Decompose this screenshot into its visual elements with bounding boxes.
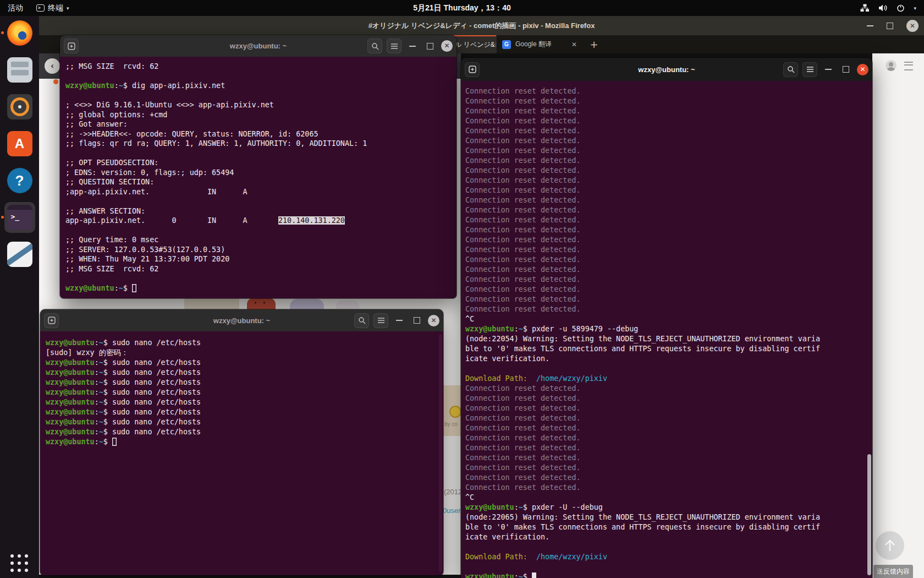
- terminal-window-hosts: wzxy@ubuntu: ~ ✕ wzxy@ubuntu:~$ sudo nan…: [40, 309, 443, 575]
- feedback-badge[interactable]: 送反馈内容: [873, 565, 913, 578]
- user-avatar-icon[interactable]: [886, 60, 897, 71]
- app-menu-label: 终端: [48, 3, 63, 13]
- firefox-minimize-icon[interactable]: [867, 25, 873, 26]
- scrollbar[interactable]: [439, 334, 442, 572]
- pixiv-page-right-column: 送反馈内容: [872, 53, 924, 578]
- files-icon: [7, 57, 32, 83]
- close-icon[interactable]: ✕: [441, 40, 453, 52]
- firefox-titlebar[interactable]: #オリジナル リベンジ&レディ - comet的插画 - pixiv - Moz…: [39, 16, 924, 35]
- dock-item-files[interactable]: [7, 57, 32, 83]
- dock-item-ubuntu-software[interactable]: A: [7, 131, 32, 156]
- new-tab-icon[interactable]: [465, 62, 480, 77]
- activities-button[interactable]: 活动: [0, 0, 31, 16]
- chevron-down-icon: ▾: [914, 6, 916, 11]
- firefox-maximize-icon[interactable]: [887, 23, 893, 29]
- terminal-output-dig[interactable]: ;; MSG SIZE rcvd: 62 wzxy@ubuntu:~$ dig …: [60, 57, 457, 298]
- app-menu-terminal[interactable]: > 终端 ▾: [31, 0, 75, 16]
- tab-pixiv-illustration[interactable]: ル リベンジ&レ ✕: [453, 35, 496, 53]
- google-translate-favicon: G: [502, 40, 511, 49]
- show-applications-button[interactable]: [10, 554, 29, 572]
- new-tab-button[interactable]: +: [587, 37, 601, 52]
- firefox-window-title: #オリジナル リベンジ&レディ - comet的插画 - pixiv - Moz…: [369, 21, 595, 31]
- tab-close-icon[interactable]: ✕: [568, 41, 577, 48]
- ubuntu-software-icon: A: [7, 131, 32, 156]
- running-indicator-dot: [1, 31, 4, 34]
- dock-item-media-player[interactable]: [7, 94, 32, 119]
- firefox-icon: [7, 20, 32, 46]
- close-icon[interactable]: ✕: [428, 315, 439, 326]
- terminal-headerbar[interactable]: wzxy@ubuntu: ~ ✕: [461, 58, 872, 81]
- page-text-fragment: by co: [444, 421, 458, 427]
- terminal-window-dig: wzxy@ubuntu: ~ ✕ ;; MSG SIZE rcvd: 62 wz…: [60, 35, 457, 298]
- help-icon: ?: [7, 168, 32, 193]
- scrollbar[interactable]: [867, 454, 871, 575]
- chevron-down-icon: ▾: [67, 6, 69, 11]
- terminal-app-icon: >: [36, 4, 45, 12]
- firefox-close-icon[interactable]: ✕: [906, 20, 919, 32]
- terminal-output-hosts[interactable]: wzxy@ubuntu:~$ sudo nano /etc/hosts[sudo…: [40, 331, 443, 575]
- network-icon: [860, 4, 870, 12]
- artwork-coin-fragment: [449, 406, 461, 418]
- artwork-fragment: [290, 299, 324, 310]
- text-editor-icon: [7, 242, 32, 267]
- page-link-fragment[interactable]: 0users,: [443, 506, 461, 515]
- terminal-window-pxder: wzxy@ubuntu: ~ ✕ Connection reset detect…: [461, 58, 872, 578]
- artwork-fragment: [184, 298, 239, 310]
- menu-icon[interactable]: [904, 62, 913, 70]
- scroll-to-top-button[interactable]: [876, 531, 904, 560]
- menu-icon[interactable]: [802, 62, 817, 77]
- menu-icon[interactable]: [387, 39, 402, 53]
- arrow-up-icon: [884, 539, 896, 552]
- gnome-top-bar: 活动 > 终端 ▾ 5月21日 Thursday，13：40 ▾: [0, 0, 924, 16]
- volume-icon: [878, 4, 888, 12]
- maximize-icon[interactable]: [414, 317, 420, 324]
- menu-icon[interactable]: [373, 313, 388, 328]
- minimize-icon[interactable]: [825, 69, 832, 70]
- search-icon[interactable]: [367, 39, 382, 53]
- maximize-icon[interactable]: [427, 43, 433, 50]
- search-icon[interactable]: [783, 62, 798, 77]
- maximize-icon[interactable]: [843, 66, 849, 73]
- search-icon[interactable]: [354, 313, 369, 328]
- new-tab-icon[interactable]: [64, 39, 79, 53]
- clock[interactable]: 5月21日 Thursday，13：40: [0, 3, 924, 13]
- running-indicator-dot: [1, 216, 4, 219]
- ubuntu-dock: A ? >_: [0, 16, 39, 578]
- page-text-fragment: (2012: [444, 488, 461, 496]
- desktop: #オリジナル リベンジ&レディ - comet的插画 - pixiv - Moz…: [0, 0, 924, 578]
- new-tab-icon[interactable]: [44, 313, 59, 328]
- tab-label: ル リベンジ&レ: [455, 40, 496, 50]
- dock-item-terminal[interactable]: >_: [7, 205, 32, 230]
- dock-item-firefox[interactable]: [7, 20, 32, 46]
- minimize-icon[interactable]: [396, 320, 403, 321]
- favicon-fragment: [53, 79, 58, 84]
- artwork-character-fragment: [247, 298, 276, 310]
- back-button[interactable]: ‹: [45, 58, 60, 74]
- tab-label: Google 翻译: [515, 40, 552, 49]
- power-icon: [897, 4, 905, 12]
- dock-item-help[interactable]: ?: [7, 168, 32, 193]
- terminal-output-pxder[interactable]: Connection reset detected.Connection res…: [461, 81, 872, 578]
- close-icon[interactable]: ✕: [857, 64, 868, 75]
- dock-item-text-editor[interactable]: [7, 242, 32, 267]
- terminal-headerbar[interactable]: wzxy@ubuntu: ~ ✕: [60, 35, 457, 57]
- terminal-icon: >_: [7, 205, 32, 230]
- media-player-icon: [7, 94, 32, 119]
- system-status-area[interactable]: ▾: [860, 4, 924, 12]
- minimize-icon[interactable]: [409, 46, 416, 47]
- artwork-fragment: [336, 301, 359, 310]
- terminal-headerbar[interactable]: wzxy@ubuntu: ~ ✕: [40, 309, 443, 331]
- tab-google-translate[interactable]: G Google 翻译 ✕: [496, 35, 582, 53]
